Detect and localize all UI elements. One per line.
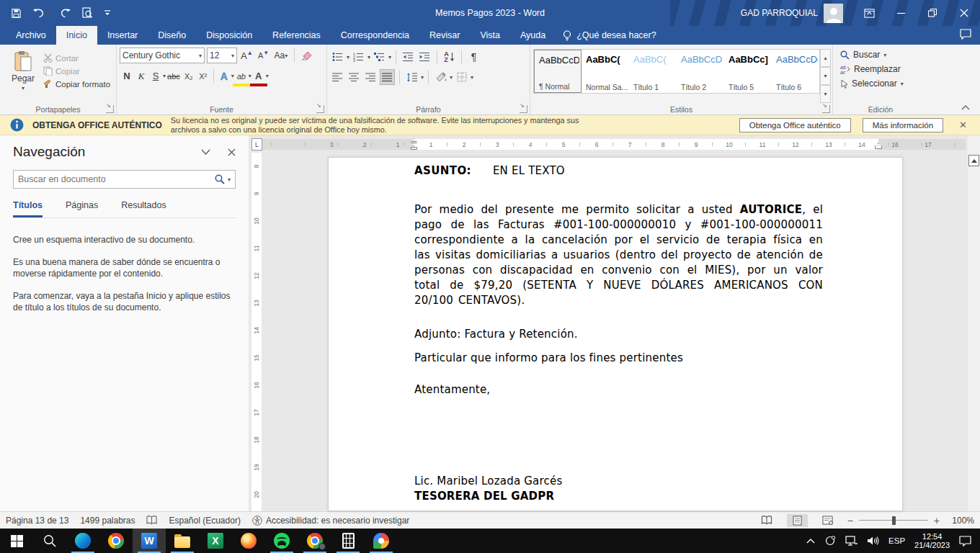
shading-dropdown-icon[interactable]: ▾ [450,74,453,81]
style-titulo-1[interactable]: AaBbC( Título 1 [629,50,677,93]
numbering-dropdown-icon[interactable]: ▾ [368,54,370,60]
tell-me-box[interactable]: ¿Qué desea hacer? [556,26,664,45]
find-button[interactable]: Buscar ▾ [840,50,927,60]
taskbar-excel-icon[interactable]: X [199,529,232,553]
tab-inicio[interactable]: Inicio [56,26,97,45]
align-center-button[interactable] [347,69,362,85]
tab-referencias[interactable]: Referencias [262,26,331,45]
get-genuine-office-button[interactable]: Obtenga Office auténtico [739,118,851,132]
restore-icon[interactable] [917,0,948,26]
tab-revisar[interactable]: Revisar [419,26,470,45]
underline-button[interactable]: S [148,68,163,84]
line-spacing-dropdown-icon[interactable]: ▾ [421,74,424,81]
indent-marker[interactable] [411,138,417,150]
tray-language[interactable]: ESP [888,536,905,545]
clipboard-dialog-launcher-icon[interactable] [106,105,114,113]
page-indicator[interactable]: Página 13 de 13 [6,516,68,526]
style-normal[interactable]: AaBbCcDc ¶ Normal [534,50,582,93]
find-dropdown-icon[interactable]: ▾ [883,52,886,58]
accessibility-status[interactable]: Accesibilidad: es necesario investigar [252,516,409,526]
customize-quick-access-icon[interactable] [104,9,111,17]
copy-button[interactable]: Copiar [43,66,110,76]
vertical-scrollbar[interactable] [968,135,980,511]
ribbon-display-options-icon[interactable] [853,0,885,26]
style-titulo-2[interactable]: AaBbCcD Título 2 [677,50,724,93]
volume-icon[interactable] [867,536,879,546]
style-titulo-5[interactable]: AaBbCc] Título 5 [724,50,772,93]
proofing-button[interactable] [146,516,157,525]
tray-clock[interactable]: 12:54 21/4/2023 [914,532,950,549]
tab-disposicion[interactable]: Disposición [196,26,262,45]
styles-scroll-down-icon[interactable]: ▼ [820,67,831,85]
taskbar-firefox-icon[interactable] [232,529,265,553]
font-size-dropdown-icon[interactable]: ▾ [231,53,234,59]
justify-button[interactable] [380,69,395,85]
shrink-font-button[interactable]: A▼ [257,48,271,63]
select-dropdown-icon[interactable]: ▾ [901,81,904,87]
taskbar-calculator-icon[interactable] [331,529,365,553]
clear-formatting-button[interactable] [300,48,314,63]
language-indicator[interactable]: Español (Ecuador) [169,516,240,526]
nav-tab-titulos[interactable]: Títulos [13,200,43,217]
network-icon[interactable] [845,536,858,546]
zoom-out-icon[interactable]: − [847,515,853,526]
taskbar-spotify-icon[interactable] [265,529,298,553]
select-button[interactable]: Seleccionar ▾ [840,78,927,89]
read-mode-button[interactable] [755,514,778,526]
warning-close-icon[interactable]: ✕ [959,120,970,130]
taskbar-file-explorer-icon[interactable] [166,529,199,553]
superscript-button[interactable]: X² [196,68,210,84]
styles-more-icon[interactable]: ▼ [820,85,831,103]
paste-button[interactable]: Pegar ▾ [3,48,43,103]
numbering-button[interactable]: 123 [351,49,366,65]
borders-button[interactable] [454,69,469,85]
collapse-ribbon-icon[interactable] [961,105,970,110]
increase-indent-button[interactable] [417,49,432,65]
change-case-button[interactable]: Aa▾ [273,48,290,63]
more-info-button[interactable]: Más información [863,118,943,132]
nav-tab-resultados[interactable]: Resultados [121,200,166,217]
borders-dropdown-icon[interactable]: ▾ [471,74,473,81]
italic-button[interactable]: K [134,68,148,84]
style-normal-sa[interactable]: AaBbC( Normal Sa... [582,50,629,93]
paragraph-dialog-launcher-icon[interactable] [520,105,527,113]
nav-search-icon[interactable] [215,174,225,184]
multilevel-dropdown-icon[interactable]: ▾ [388,54,391,60]
start-button[interactable] [0,529,33,553]
minimize-icon[interactable] [885,0,917,26]
align-right-button[interactable] [363,69,378,85]
font-family-dropdown-icon[interactable]: ▾ [199,53,202,59]
tab-archivo[interactable]: Archivo [6,26,56,45]
highlight-button[interactable]: ab [234,68,249,84]
tab-diseno[interactable]: Diseño [148,26,196,45]
redo-icon[interactable] [60,8,71,18]
nav-pane-options-chevron-icon[interactable] [201,149,210,155]
zoom-slider-handle[interactable] [892,516,896,525]
nav-search-dropdown-icon[interactable]: ▾ [228,176,231,183]
tab-vista[interactable]: Vista [470,26,510,45]
tray-meet-now-icon[interactable] [824,536,836,546]
sort-button[interactable]: AZ [442,49,457,65]
align-left-button[interactable] [330,69,345,85]
web-layout-button[interactable] [816,514,839,526]
font-color-button[interactable]: A [251,68,266,84]
scroll-up-icon[interactable] [968,155,979,166]
paste-dropdown-icon[interactable]: ▾ [22,85,24,91]
styles-dialog-launcher-icon[interactable] [822,105,830,113]
taskbar-word-icon[interactable]: W [133,529,166,553]
document-page[interactable]: ASUNTO: EN EL TEXTO Por medio del presen… [328,157,903,511]
horizontal-ruler[interactable]: 321 1234567891011121314 1617 [262,139,966,150]
comments-icon[interactable] [960,29,971,40]
nav-tab-paginas[interactable]: Páginas [66,200,98,217]
font-family-combo[interactable]: Century Gothic ▾ [120,48,205,63]
word-count[interactable]: 1499 palabras [80,516,135,526]
zoom-slider[interactable] [859,516,928,525]
subscript-button[interactable]: X₂ [182,68,196,84]
font-dialog-launcher-icon[interactable] [316,105,324,113]
save-icon[interactable] [11,8,22,19]
styles-scroll-up-icon[interactable]: ▲ [820,49,831,67]
tab-selector[interactable]: L [251,138,262,150]
account-name[interactable]: GAD PARROQUIAL [741,8,818,18]
multilevel-list-button[interactable] [372,49,387,65]
vertical-ruler[interactable]: 891011121314151617181920 [251,153,262,511]
